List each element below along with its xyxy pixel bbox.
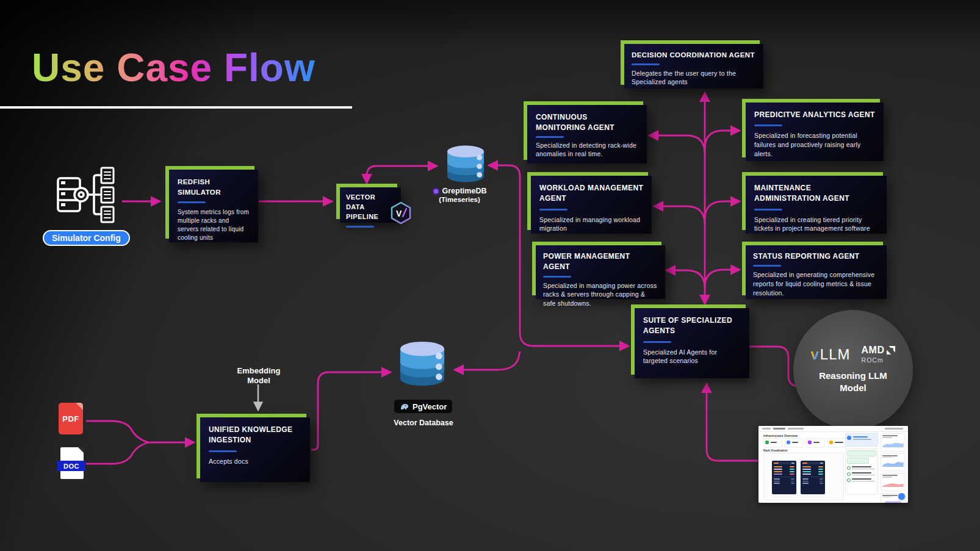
greptime-logo-icon xyxy=(433,188,439,195)
decision-coordination-agent-box: DECISION COORDINATION AGENT Delegates th… xyxy=(624,44,763,88)
box-desc: Specialized in managing workload migrati… xyxy=(539,215,644,233)
reasoning-llm-label: Reasoning LLM Model xyxy=(807,370,899,395)
flow-pgvector-to-junction xyxy=(455,351,520,370)
workload-management-agent-box: WORKLOAD MANAGEMENT AGENT Specialized in… xyxy=(531,176,652,234)
title-underline-bar xyxy=(209,450,237,452)
embedding-model-label: Embedding Model xyxy=(231,366,287,385)
box-title: VECTOR DATA PIPELINE xyxy=(346,193,395,222)
dashboard-topbar xyxy=(758,426,908,432)
redfish-simulator-box: REDFISH SIMULATOR System metrics logs fr… xyxy=(169,170,258,242)
title-underline-bar xyxy=(754,124,782,126)
simulator-icon xyxy=(56,166,123,225)
simulator-config-badge: Simulator Config xyxy=(43,230,130,246)
vector-data-pipeline-box: VECTOR DATA PIPELINE V xyxy=(340,187,401,223)
greptimedb-label: GreptimeDB (Timeseries) xyxy=(423,187,496,203)
box-desc: System metrics logs from multiple racks … xyxy=(178,208,251,242)
amd-arrow-icon xyxy=(887,346,895,355)
box-desc: Specialized in creating tiered priority … xyxy=(754,215,879,233)
box-desc: Delegates the the user query to the Spec… xyxy=(632,69,756,87)
box-desc: Specialized in managing power across rac… xyxy=(543,281,658,308)
doc-label: DOC xyxy=(57,461,85,471)
predictive-analytics-agent-box: PREDICITVE ANALYTICS AGENT Specialized i… xyxy=(746,103,884,161)
flow-branch-power xyxy=(666,270,705,288)
rack-visualization-panel xyxy=(763,453,844,500)
greptime-sub: (Timeseries) xyxy=(423,196,496,203)
vllm-rest: LLM xyxy=(820,346,851,363)
power-management-agent-box: POWER MANAGEMENT AGENT Specialized in ma… xyxy=(536,245,665,299)
flow-pipeline-greptime xyxy=(367,166,437,183)
dashboard-title: Infrastructure Overview xyxy=(763,434,798,438)
reasoning-llm-node: vLLM AMD ROCm Reasoning LLM Model xyxy=(793,310,913,430)
dashboard-screenshot: Infrastructure Overview Rack Visualizati… xyxy=(758,426,908,503)
dashboard-section-title: Rack Visualization xyxy=(763,449,787,452)
box-title: REDFISH SIMULATOR xyxy=(178,177,251,197)
title-underline-bar xyxy=(632,63,660,65)
box-title: PREDICITVE ANALYTICS AGENT xyxy=(754,110,876,120)
box-desc: Specialized in forecasting potential fai… xyxy=(754,131,876,158)
box-title: UNIFIED KNOWLEDGE INGESTION xyxy=(209,425,303,446)
vllm-v: v xyxy=(811,346,820,363)
pdf-file-icon: PDF xyxy=(59,403,83,434)
dashboard-middle-column xyxy=(845,433,878,499)
greptimedb-cylinder-icon xyxy=(443,145,488,186)
svg-text:V: V xyxy=(396,209,402,218)
vllm-logo: vLLM xyxy=(811,346,851,363)
box-title: MAINTENANCE ADMINISTRATION AGENT xyxy=(754,183,879,204)
flow-pdf-merge xyxy=(86,421,148,442)
title-underline xyxy=(0,106,352,109)
flow-dashboard-to-suite xyxy=(707,384,758,461)
dashboard-fab-button xyxy=(898,493,905,500)
flow-branch-status xyxy=(705,270,740,287)
flow-branch-monitoring xyxy=(649,135,705,154)
unified-knowledge-ingestion-box: UNIFIED KNOWLEDGE INGESTION Accepts docs xyxy=(200,417,310,482)
page-title: Use Case Flow xyxy=(32,45,315,90)
rack-card xyxy=(801,461,825,494)
rack-card xyxy=(772,461,796,494)
maintenance-administration-agent-box: MAINTENANCE ADMINISTRATION AGENT Special… xyxy=(746,176,887,234)
doc-file-icon: DOC xyxy=(60,447,84,479)
dashboard-stat-cards xyxy=(763,438,846,447)
amd-text: AMD xyxy=(862,345,885,355)
greptime-name: GreptimeDB xyxy=(442,187,487,195)
pdf-label: PDF xyxy=(62,414,79,423)
continuous-monitoring-agent-box: CONTINUOUS MONITORING AGENT Specialized … xyxy=(527,105,647,164)
postgres-elephant-icon xyxy=(400,402,409,411)
title-underline-bar xyxy=(754,209,782,211)
dashboard-chart-column xyxy=(881,433,906,503)
box-desc: Specialized in generating comprehensive … xyxy=(753,270,879,297)
box-title: POWER MANAGEMENT AGENT xyxy=(543,251,658,273)
pgvector-cylinder-icon xyxy=(395,340,449,391)
pipeline-hexagon-icon: V xyxy=(390,201,412,228)
flow-doc-merge xyxy=(86,442,148,464)
title-underline-bar xyxy=(643,341,671,343)
box-desc: Specialized in detecting rack-wide anoma… xyxy=(536,141,640,159)
use-case-flow-diagram: Use Case Flow xyxy=(0,0,980,551)
flow-branch-predictive xyxy=(705,131,740,149)
title-underline-bar xyxy=(539,209,567,211)
status-reporting-agent-box: STATUS REPORTING AGENT Specialized in ge… xyxy=(746,245,887,299)
flow-branch-maintenance xyxy=(705,201,740,220)
box-title: STATUS REPORTING AGENT xyxy=(753,251,879,262)
title-underline-bar xyxy=(753,265,781,267)
box-title: CONTINUOUS MONITORING AGENT xyxy=(536,112,640,134)
box-title: DECISION COORDINATION AGENT xyxy=(632,50,756,60)
title-underline-bar xyxy=(346,226,374,228)
flow-branch-workload xyxy=(654,206,705,225)
title-underline-bar xyxy=(536,136,564,138)
pgvector-badge: PgVector xyxy=(394,400,452,413)
rocm-text: ROCm xyxy=(862,357,884,364)
box-title: SUITE OF SPECIALIZED AGENTS xyxy=(643,315,742,337)
title-underline-bar xyxy=(178,201,206,203)
title-underline-bar xyxy=(543,276,571,278)
suite-of-specialized-agents-box: SUITE OF SPECIALIZED AGENTS Specialized … xyxy=(635,308,749,378)
pgvector-sub: Vector Database xyxy=(393,419,454,427)
pgvector-name: PgVector xyxy=(413,402,447,411)
flow-uki-to-pgvector xyxy=(311,372,391,450)
box-title: WORKLOAD MANAGEMENT AGENT xyxy=(539,183,644,204)
amd-rocm-logo: AMD ROCm xyxy=(862,345,896,364)
box-desc: Specialized AI Agents for targeted scena… xyxy=(643,348,742,366)
box-desc: Accepts docs xyxy=(209,457,303,466)
